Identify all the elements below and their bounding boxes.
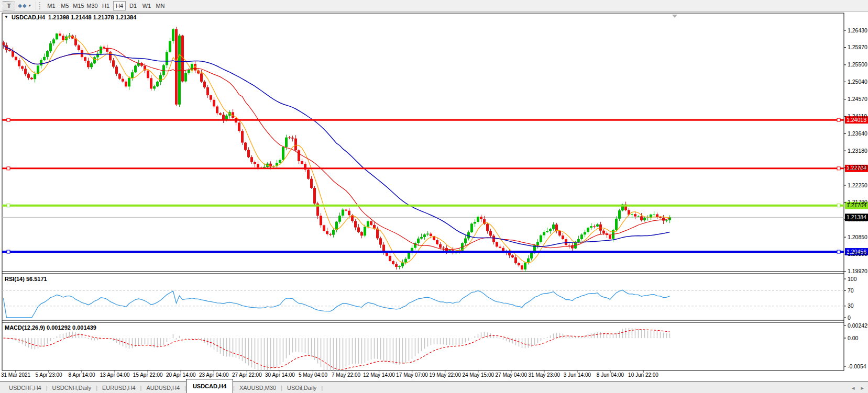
rsi-tick-label: 0 [848, 315, 851, 321]
price-tick-label: 1.24570 [848, 96, 867, 102]
line-handle[interactable] [7, 204, 10, 207]
line-handle[interactable] [7, 167, 10, 170]
svg-text:1.21384: 1.21384 [847, 214, 866, 220]
toolbar-grip [39, 2, 42, 9]
scroll-left-icon[interactable]: ◂ [852, 385, 855, 391]
tab-xauusd-m30[interactable]: XAUUSD,M30 [235, 382, 281, 393]
tab-usoil-daily[interactable]: USOil,Daily [282, 382, 321, 393]
time-tick-label: 5 Apr 23:00 [35, 372, 62, 378]
timeframe-button-d1[interactable]: D1 [127, 1, 139, 10]
time-tick-label: 17 May 07:00 [396, 372, 428, 378]
current-price-label: 1.21384 [845, 214, 868, 221]
tab-strip: USDCHF,H4|USDCNH,Daily|EURUSD,H4|AUDUSD,… [0, 381, 868, 393]
price-axis: 1.264301.259701.255001.250401.245701.241… [844, 27, 867, 275]
price-tick-label: 1.25040 [848, 78, 867, 85]
chart-ohlc-values: 1.21398 1.21448 1.21378 1.21384 [48, 14, 136, 20]
macd-tick-label: -0.0054 [848, 363, 866, 369]
timeframe-button-h1[interactable]: H1 [100, 1, 112, 10]
timeframe-button-m30[interactable]: M30 [86, 1, 98, 10]
timeframe-button-m5[interactable]: M5 [59, 1, 71, 10]
timeframe-button-mn[interactable]: MN [154, 1, 167, 10]
time-tick-label: 31 May 23:00 [529, 372, 561, 378]
price-tick-label: 1.23640 [848, 130, 867, 137]
time-tick-label: 8 Jun 04:00 [597, 372, 624, 378]
rsi-tick-label: 100 [848, 276, 857, 282]
line-handle[interactable] [837, 204, 840, 207]
timeframe-button-h4[interactable]: H4 [113, 1, 126, 10]
timeframe-button-group: M1M5M15M30H1H4D1W1MN [45, 1, 167, 10]
rsi-indicator-label: RSI(14) 56.5171 [5, 276, 47, 282]
tab-usdcad-h4[interactable]: USDCAD,H4 [186, 379, 233, 393]
time-tick-label: 8 Apr 14:00 [69, 372, 96, 378]
toolbar-separator [36, 2, 36, 10]
tab-list: USDCHF,H4|USDCNH,Daily|EURUSD,H4|AUDUSD,… [4, 382, 323, 393]
tab-separator: | [321, 382, 323, 393]
toolbar: T ◆◆ ▾ M1M5M15M30H1H4D1W1MN [0, 0, 868, 12]
time-tick-label: 3 Jun 14:00 [564, 372, 591, 378]
price-tick-label: 1.20390 [848, 251, 867, 257]
line-handle[interactable] [837, 118, 840, 121]
rsi-axis: 10070300 [844, 276, 857, 321]
line-handle[interactable] [7, 250, 10, 253]
price-tick-label: 1.21790 [848, 199, 867, 205]
tab-audusd-h4[interactable]: AUDUSD,H4 [141, 382, 184, 393]
price-tick-label: 1.22250 [848, 182, 867, 188]
tab-scroll-arrows: ◂ ▸ [852, 385, 864, 391]
chart-svg[interactable]: 1.240131.227041.217041.204561.264301.259… [0, 12, 868, 378]
time-tick-label: 24 May 15:00 [462, 372, 494, 378]
time-tick-label: 19 May 22:00 [429, 372, 461, 378]
time-axis: 31 Mar 20215 Apr 23:008 Apr 14:0013 Apr … [1, 370, 658, 378]
pane-borders [2, 13, 844, 370]
text-tool-button[interactable]: T [3, 1, 15, 10]
scroll-right-icon[interactable]: ▸ [861, 385, 864, 391]
time-tick-label: 31 Mar 2021 [1, 372, 31, 378]
price-tick-label: 1.20850 [848, 234, 867, 240]
time-tick-label: 5 May 04:00 [299, 372, 327, 378]
timeframe-button-m1[interactable]: M1 [45, 1, 58, 10]
price-tick-label: 1.26430 [848, 27, 867, 33]
chart-area[interactable]: 1.240131.227041.217041.204561.264301.259… [0, 12, 868, 378]
time-tick-label: 7 May 22:00 [332, 372, 360, 378]
rsi-tick-label: 70 [848, 287, 854, 294]
tab-usdcnh-daily[interactable]: USDCNH,Daily [48, 382, 96, 393]
timeframe-button-w1[interactable]: W1 [140, 1, 153, 10]
draw-objects-icon: ◆◆ [18, 3, 27, 8]
tab-usdchf-h4[interactable]: USDCHF,H4 [4, 382, 46, 393]
chart-collapse-icon[interactable]: ▼ [4, 15, 8, 20]
line-handle[interactable] [7, 118, 10, 121]
time-tick-label: 27 May 04:00 [495, 372, 527, 378]
price-tick-label: 1.23180 [848, 148, 867, 154]
chart-symbol-label: USDCAD,H4 [12, 14, 45, 20]
price-tick-label: 1.19920 [848, 268, 867, 274]
chart-title: ▼ USDCAD,H4 1.21398 1.21448 1.21378 1.21… [4, 14, 136, 20]
objects-tool-button[interactable]: ◆◆ ▾ [16, 1, 33, 10]
price-tick-label: 1.22720 [848, 164, 867, 171]
time-tick-label: 30 Apr 14:00 [265, 372, 295, 378]
line-handle[interactable] [837, 167, 840, 170]
time-tick-label: 23 Apr 04:00 [199, 372, 229, 378]
chart-tab-bar: USDCHF,H4|USDCNH,Daily|EURUSD,H4|AUDUSD,… [0, 378, 868, 393]
line-handle[interactable] [837, 250, 840, 253]
price-tick-label: 1.24110 [848, 113, 867, 119]
price-tick-label: 1.25970 [848, 44, 867, 50]
price-tick-label: 1.25500 [848, 61, 867, 68]
macd-tick-label: 0.002429 [848, 322, 868, 329]
tab-eurusd-h4[interactable]: EURUSD,H4 [97, 382, 140, 393]
rsi-tick-label: 30 [848, 302, 854, 309]
time-tick-label: 13 Apr 04:00 [100, 372, 130, 378]
macd-axis: 0.0024290.00-0.0054 [844, 322, 868, 369]
time-tick-label: 10 Jun 22:00 [628, 372, 658, 378]
time-tick-label: 20 Apr 14:00 [166, 372, 196, 378]
chevron-down-icon: ▾ [29, 3, 31, 8]
timeframe-button-m15[interactable]: M15 [72, 1, 85, 10]
time-tick-label: 15 Apr 22:00 [133, 372, 163, 378]
macd-tick-label: 0.00 [848, 335, 859, 341]
time-tick-label: 27 Apr 22:00 [232, 372, 262, 378]
macd-indicator-label: MACD(12,26,9) 0.001292 0.001439 [5, 324, 96, 331]
time-tick-label: 12 May 14:00 [363, 372, 395, 378]
